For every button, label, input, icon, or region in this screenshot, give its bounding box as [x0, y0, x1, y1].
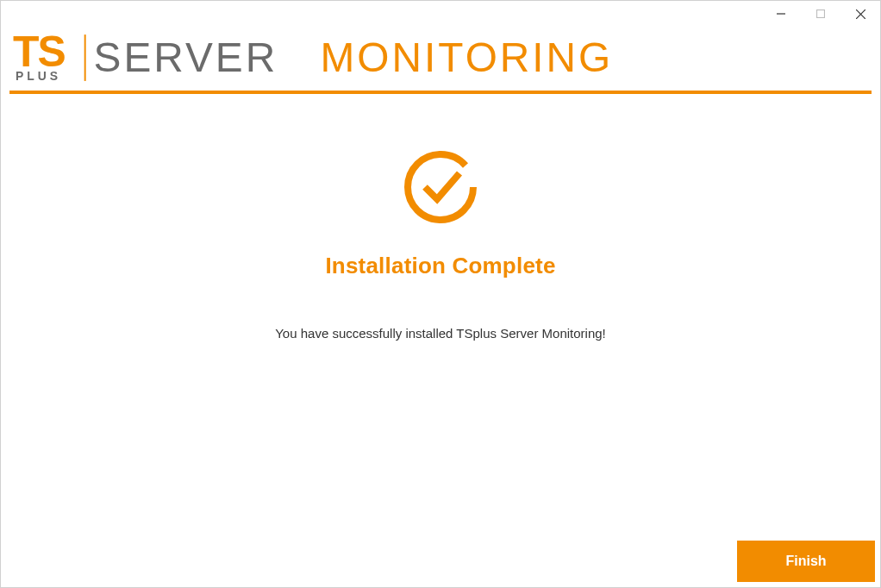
maximize-icon	[816, 9, 825, 18]
success-message: You have successfully installed TSplus S…	[275, 326, 606, 341]
success-icon	[403, 149, 478, 228]
minimize-button[interactable]	[761, 1, 801, 27]
page-title: Installation Complete	[325, 253, 555, 279]
footer: Finish	[732, 535, 880, 587]
product-logo: TS PLUS SERVER MONITORING	[9, 32, 872, 84]
close-icon	[856, 9, 865, 19]
finish-button[interactable]: Finish	[737, 541, 875, 582]
svg-rect-1	[817, 10, 825, 18]
checkmark-circle-icon	[403, 149, 478, 225]
logo-svg: TS PLUS SERVER MONITORING	[13, 32, 872, 84]
titlebar	[1, 1, 880, 27]
maximize-button	[801, 1, 840, 27]
installer-window: TS PLUS SERVER MONITORING Installation C…	[0, 0, 881, 588]
logo-monitoring: MONITORING	[321, 34, 614, 80]
header: TS PLUS SERVER MONITORING	[1, 27, 880, 94]
minimize-icon	[777, 9, 785, 18]
logo-server: SERVER	[94, 34, 278, 80]
close-button[interactable]	[840, 1, 880, 27]
content-area: Installation Complete You have successfu…	[1, 94, 880, 587]
logo-plus: PLUS	[16, 69, 61, 83]
